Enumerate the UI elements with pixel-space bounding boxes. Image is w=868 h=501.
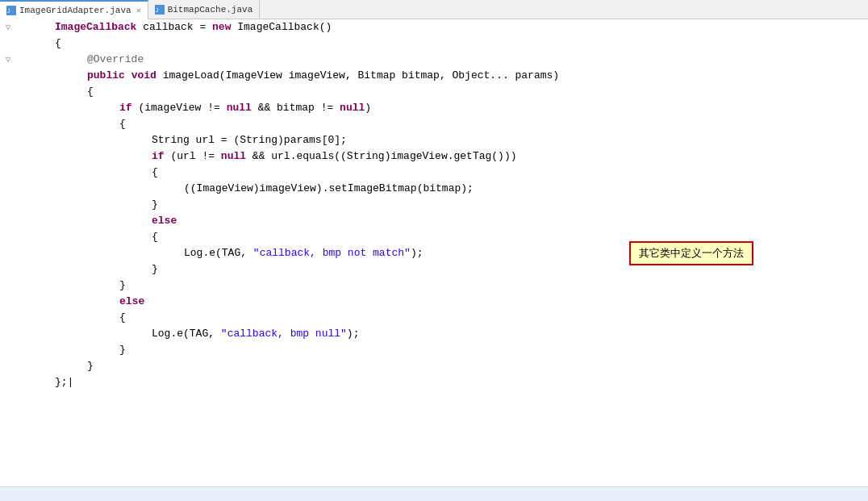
code-line-19: {: [16, 310, 868, 326]
code-line-11: ((ImageView)imageView).setImageBitmap(bi…: [16, 181, 868, 197]
fold-space-2: [0, 68, 16, 84]
java-file-icon: J: [6, 6, 16, 15]
code-line-8: String url = (String)params[0];: [16, 132, 868, 148]
code-line-3: @Override: [16, 52, 868, 68]
fold-gutter: ▽ ▽: [0, 19, 16, 501]
fold-space-16: [0, 294, 16, 310]
fold-space-21: [0, 374, 16, 390]
fold-space-13: [0, 245, 16, 261]
status-bar: [0, 486, 868, 501]
fold-arrow-2[interactable]: ▽: [0, 52, 16, 68]
fold-space-1: [0, 35, 16, 52]
code-line-23: };|: [16, 374, 868, 390]
code-line-22: }: [16, 358, 868, 374]
fold-space-11: [0, 213, 16, 229]
java-file-icon-2: J: [155, 5, 165, 15]
code-line-1: ImageCallback callback = new ImageCallba…: [16, 19, 868, 35]
code-container: ▽ ▽ ImageCallback callback = new ImageCa…: [0, 19, 868, 501]
tab-label-bitmapcache: BitmapCache.java: [168, 5, 253, 15]
code-line-7: {: [16, 116, 868, 132]
annotation-box-text: 其它类中定义一个方法: [639, 247, 744, 259]
fold-space-22: [0, 390, 16, 407]
fold-space-3: [0, 84, 16, 100]
svg-text:J: J: [7, 8, 10, 14]
code-line-10: {: [16, 165, 868, 181]
tab-bitmapcache[interactable]: J BitmapCache.java: [148, 0, 261, 19]
fold-space-15: [0, 278, 16, 294]
code-line-4: public void imageLoad(ImageView imageVie…: [16, 68, 868, 84]
fold-space-6: [0, 132, 16, 148]
code-line-21: }: [16, 342, 868, 358]
tab-imagegridadapter[interactable]: J ImageGridAdapter.java ✕: [0, 0, 148, 19]
annotation-box: 其它类中定义一个方法: [629, 241, 753, 265]
tab-bar: J ImageGridAdapter.java ✕ J BitmapCache.…: [0, 0, 868, 19]
fold-space-9: [0, 181, 16, 197]
fold-space-18: [0, 326, 16, 342]
fold-space-17: [0, 310, 16, 326]
fold-space-19: [0, 342, 16, 358]
code-editor[interactable]: ImageCallback callback = new ImageCallba…: [16, 19, 868, 501]
code-line-20: Log.e(TAG, "callback, bmp null");: [16, 326, 868, 342]
code-line-5: {: [16, 84, 868, 100]
fold-space-12: [0, 229, 16, 245]
tab-close-imagegridadapter[interactable]: ✕: [136, 6, 141, 15]
code-line-2: {: [16, 35, 868, 52]
fold-space-8: [0, 165, 16, 181]
fold-space-5: [0, 116, 16, 132]
code-line-12: }: [16, 197, 868, 213]
svg-text:J: J: [156, 7, 159, 13]
code-line-9: if (url != null && url.equals((String)im…: [16, 148, 868, 165]
tab-label-imagegridadapter: ImageGridAdapter.java: [19, 6, 131, 15]
code-line-6: if (imageView != null && bitmap != null): [16, 100, 868, 116]
fold-arrow-1[interactable]: ▽: [0, 19, 16, 35]
code-line-13: else: [16, 213, 868, 229]
fold-space-14: [0, 261, 16, 278]
fold-space-4: [0, 100, 16, 116]
fold-space-7: [0, 148, 16, 165]
code-line-17: }: [16, 278, 868, 294]
code-line-18: else: [16, 294, 868, 310]
fold-space-10: [0, 197, 16, 213]
fold-space-20: [0, 358, 16, 374]
